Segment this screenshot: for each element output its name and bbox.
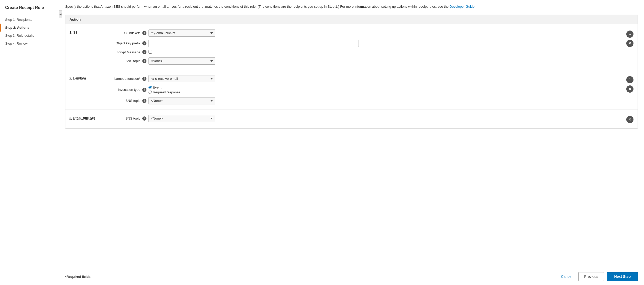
encrypt-message-checkbox[interactable] [148,50,152,54]
s3-move-down-button[interactable]: ⌄ [626,31,633,38]
s3-sns-topic-field: <None> [148,57,622,65]
sidebar-step-2[interactable]: Step 2: Actions [0,24,59,32]
s3-remove-button[interactable]: ✕ [626,40,633,47]
sidebar-step-4[interactable]: Step 4: Review [0,40,59,47]
object-key-prefix-row: Object key prefix i [99,40,622,47]
next-step-button[interactable]: Next Step [607,272,638,281]
required-note: *Required fields [65,275,555,279]
lambda-sns-topic-field: <None> [148,97,622,104]
action-label-stop-rule-set: 3. Stop Rule Set [70,115,95,120]
content-area: Specify the actions that Amazon SES shou… [59,0,644,268]
previous-button[interactable]: Previous [578,272,604,281]
lambda-function-field: rails-receive-email [148,75,622,82]
stop-rule-set-remove-button[interactable]: ✕ [626,116,633,123]
object-key-prefix-label: Object key prefix [99,41,140,45]
lambda-sns-topic-label: SNS topic [99,99,140,103]
lambda-function-label: Lambda function* [99,77,140,81]
lambda-remove-button[interactable]: ✕ [626,85,633,93]
s3-fields: S3 bucket* i my-email-bucket Object key … [99,30,622,65]
stop-rule-set-fields: SNS topic i <None> [99,115,622,122]
s3-bucket-field: my-email-bucket [148,30,622,37]
sidebar-title: Create Receipt Rule [0,5,59,16]
action-label-lambda: 2. Lambda [70,75,95,80]
s3-bucket-row: S3 bucket* i my-email-bucket [99,30,622,37]
s3-sns-topic-row: SNS topic i <None> [99,57,622,65]
lambda-controls: ⌃ ✕ [626,75,633,93]
encrypt-message-label: Encrypt Message [99,50,140,54]
footer: *Required fields Cancel Previous Next St… [59,268,644,285]
lambda-sns-topic-info-icon[interactable]: i [142,99,146,103]
lambda-sns-topic-row: SNS topic i <None> [99,97,622,104]
cancel-button[interactable]: Cancel [558,273,575,280]
invocation-type-label: Invocation type [99,88,140,92]
lambda-function-info-icon[interactable]: i [142,77,146,81]
sidebar-step-1[interactable]: Step 1: Recipients [0,16,59,24]
sidebar-step-3[interactable]: Step 3: Rule details [0,32,59,40]
encrypt-message-row: Encrypt Message i [99,50,622,54]
lambda-move-up-button[interactable]: ⌃ [626,76,633,83]
invocation-request-response-option[interactable]: RequestResponse [148,90,622,94]
stop-rule-set-controls: ✕ [626,115,633,123]
s3-sns-topic-info-icon[interactable]: i [142,59,146,63]
main-content: Specify the actions that Amazon SES shou… [59,0,644,285]
stop-rule-sns-topic-select[interactable]: <None> [148,115,215,122]
object-key-prefix-field [148,40,359,47]
stop-rule-sns-topic-field: <None> [148,115,622,122]
action-row-s3: 1. S3 S3 bucket* i my-email-bucket [65,24,638,70]
s3-bucket-select[interactable]: my-email-bucket [148,30,215,37]
action-row-lambda: 2. Lambda Lambda function* i rails-recei… [65,70,638,110]
action-section: Action 1. S3 S3 bucket* i my-email-bucke… [65,15,638,129]
invocation-event-radio[interactable] [148,86,152,89]
lambda-sns-topic-select[interactable]: <None> [148,97,215,104]
invocation-type-radio-group: Event RequestResponse [148,85,622,94]
invocation-event-option[interactable]: Event [148,85,622,89]
encrypt-message-field [148,50,622,54]
stop-rule-sns-topic-info-icon[interactable]: i [142,116,146,121]
stop-rule-sns-topic-row: SNS topic i <None> [99,115,622,122]
object-key-prefix-input[interactable] [148,40,359,47]
s3-bucket-label: S3 bucket* [99,31,140,35]
s3-sns-topic-label: SNS topic [99,59,140,63]
invocation-type-field: Event RequestResponse [148,85,622,94]
developer-guide-link[interactable]: Developer Guide [450,5,475,8]
lambda-function-select[interactable]: rails-receive-email [148,75,215,82]
object-key-prefix-info-icon[interactable]: i [142,41,146,45]
lambda-function-row: Lambda function* i rails-receive-email [99,75,622,82]
s3-bucket-info-icon[interactable]: i [142,31,146,35]
invocation-type-row: Invocation type i Event RequestResp [99,85,622,94]
action-label-s3: 1. S3 [70,30,95,34]
sidebar: Create Receipt Rule Step 1: Recipients S… [0,0,59,285]
lambda-fields: Lambda function* i rails-receive-email I… [99,75,622,104]
action-header: Action [65,15,638,24]
invocation-type-info-icon[interactable]: i [142,88,146,92]
s3-controls: ⌄ ✕ [626,30,633,47]
encrypt-message-info-icon[interactable]: i [142,50,146,54]
description-text: Specify the actions that Amazon SES shou… [65,4,638,9]
sidebar-collapse-button[interactable]: ◀ [59,10,62,18]
s3-sns-topic-select[interactable]: <None> [148,57,215,65]
stop-rule-sns-topic-label: SNS topic [99,116,140,120]
action-row-stop-rule-set: 3. Stop Rule Set SNS topic i <None> [65,110,638,128]
invocation-request-response-radio[interactable] [148,91,152,94]
